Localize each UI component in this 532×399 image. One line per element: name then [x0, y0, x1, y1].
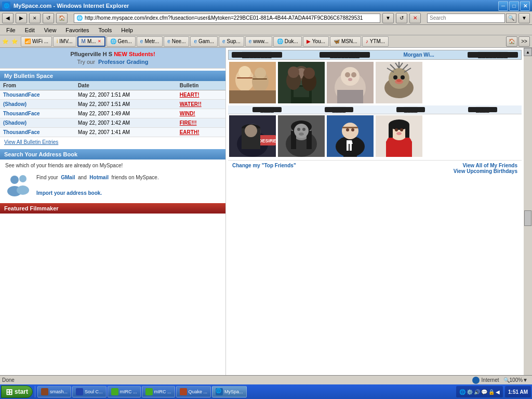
friends-row2-labels: ████ ████ ████ ████: [228, 105, 522, 114]
home-button[interactable]: 🏠: [56, 13, 68, 23]
bookmark-sup[interactable]: e Sup...: [219, 36, 244, 47]
taskbar-btn-mirc1[interactable]: mIRC ...: [108, 386, 141, 397]
import-link[interactable]: Import your address book.: [36, 190, 102, 196]
bulletin-link-3[interactable]: WIND!: [180, 111, 195, 116]
taskbar-btn-mirc2[interactable]: mIRC ...: [142, 386, 175, 397]
bookmark-you[interactable]: ▶ You...: [303, 36, 329, 47]
menu-favorites[interactable]: Favorites: [61, 25, 93, 35]
school-name: Pflugerville H S: [70, 51, 112, 57]
new-students-badge: NEW Students!: [114, 51, 155, 57]
from-link-3[interactable]: ThousandFace: [3, 111, 40, 116]
bookmark-metr[interactable]: e Metr...: [137, 36, 163, 47]
tray-more[interactable]: ◀: [496, 389, 500, 395]
bulletin-link-5[interactable]: EARTH!: [180, 129, 200, 135]
friend-photo-3[interactable]: [327, 62, 374, 103]
table-row: ThousandFace May 22, 2007 1:41 AM EARTH!: [0, 128, 225, 137]
taskbar: ⊞ start smash... Soul C... mIRC ... mIRC…: [0, 384, 532, 399]
hotmail-link[interactable]: Hotmail: [89, 175, 109, 180]
from-link-1[interactable]: ThousandFace: [3, 92, 40, 98]
menu-view[interactable]: View: [40, 25, 61, 35]
from-link-2[interactable]: (Shadow): [3, 101, 26, 107]
bookmark-www[interactable]: e www...: [245, 36, 272, 47]
bookmark-gen[interactable]: 🌐 Gen...: [107, 36, 136, 47]
friend-photo-8[interactable]: [376, 115, 422, 157]
bookmark-nee[interactable]: e Nee...: [164, 36, 189, 47]
svg-rect-11: [252, 78, 267, 79]
maximize-button[interactable]: □: [509, 1, 519, 11]
address-book-header: Search Your Address Book: [0, 149, 225, 159]
bookmark-ytm[interactable]: ♪ YTM...: [362, 36, 389, 47]
tray-icon-4: 💬: [481, 389, 487, 395]
date-1: May 22, 2007 1:51 AM: [75, 90, 177, 100]
from-link-4[interactable]: (Shadow): [3, 120, 26, 126]
table-row: ThousandFace May 22, 2007 1:49 AM WIND!: [0, 109, 225, 118]
bookmark-msn[interactable]: 🦋 MSN...: [330, 36, 361, 47]
start-button[interactable]: ⊞ start: [1, 385, 33, 398]
view-all-link[interactable]: View All Bulletin Entries: [0, 137, 225, 147]
menu-help[interactable]: Help: [117, 25, 137, 35]
bulletin-link-1[interactable]: HEART!: [180, 92, 200, 98]
menu-edit[interactable]: Edit: [21, 25, 39, 35]
window-controls[interactable]: ─ □ ✕: [498, 1, 530, 11]
address-book-description: See which of your friends are already on…: [0, 159, 225, 171]
scroll-up[interactable]: ▲: [524, 48, 532, 56]
dropdown-button[interactable]: ▼: [382, 13, 394, 23]
minimize-button[interactable]: ─: [498, 1, 508, 11]
view-all-friends-link[interactable]: View All of My Friends: [454, 163, 517, 168]
browser-scrollbar[interactable]: ▲ ▼: [524, 48, 532, 388]
redacted-r2-1: ████: [252, 107, 282, 112]
stop-button[interactable]: ✕: [29, 13, 41, 23]
bookmark-gam[interactable]: e Gam...: [190, 36, 218, 47]
refresh-button[interactable]: ↺: [43, 13, 54, 23]
search-button[interactable]: 🔍: [506, 14, 516, 23]
ie-icon: 🌐: [2, 2, 10, 10]
friend-photo-4-hedgehog[interactable]: [376, 62, 422, 103]
taskbar-btn-myspace[interactable]: 🌐 MySpa...: [212, 386, 247, 397]
bulletin-link-4[interactable]: FIRE!!!: [180, 120, 197, 126]
redacted-r2-2: ████: [325, 107, 354, 112]
friend-photo-7[interactable]: [327, 115, 374, 157]
menu-file[interactable]: File: [2, 25, 20, 35]
bookmark-m[interactable]: M M... ✕: [77, 36, 105, 47]
search-dropdown[interactable]: ▼: [518, 13, 530, 23]
redacted-r2-4: ████: [468, 107, 497, 112]
taskbar-icon-myspace: 🌐: [216, 388, 223, 395]
home-nav-btn[interactable]: 🏠: [506, 36, 517, 47]
friend-photo-1[interactable]: [229, 62, 276, 103]
svg-rect-77: [405, 125, 409, 138]
taskbar-btn-smash[interactable]: smash...: [37, 386, 71, 397]
menu-tools[interactable]: Tools: [95, 25, 116, 35]
close-button[interactable]: ✕: [520, 1, 530, 11]
taskbar-btn-quake[interactable]: Quake ...: [176, 386, 211, 397]
from-link-5[interactable]: ThousandFace: [3, 129, 40, 135]
friend-photo-6[interactable]: [278, 115, 325, 157]
professor-grading-link[interactable]: Professor Grading: [98, 59, 149, 65]
friend-photo-2[interactable]: [278, 62, 325, 103]
gmail-link[interactable]: GMail: [61, 175, 75, 180]
friend-name-3[interactable]: Morgan Wi...: [403, 52, 434, 58]
search-area: 🔍: [427, 14, 516, 23]
change-top-friends-link[interactable]: Change my "Top Friends": [232, 163, 296, 174]
bulletin-link-2[interactable]: WATER!!: [180, 101, 202, 107]
date-2: May 22, 2007 1:51 AM: [75, 100, 177, 109]
scroll-thumb[interactable]: [524, 210, 531, 226]
forward-button[interactable]: ▶: [16, 13, 27, 23]
back-button[interactable]: ◀: [2, 13, 14, 23]
search-input[interactable]: [427, 14, 505, 23]
taskbar-btn-soulc[interactable]: Soul C...: [72, 386, 107, 397]
svg-point-25: [345, 72, 350, 77]
svg-point-60: [299, 132, 304, 136]
bookmark-wifi[interactable]: 📶 WiFi ...: [21, 36, 52, 47]
redacted-r2-3: ████: [396, 107, 425, 112]
stop2-button[interactable]: ✕: [409, 13, 421, 23]
svg-point-80: [396, 132, 402, 135]
bookmarks-label2: ⭐: [11, 38, 18, 44]
expand-bookmarks[interactable]: >>: [518, 36, 530, 47]
view-birthdays-link[interactable]: View Upcoming Birthdays: [454, 168, 517, 174]
svg-point-27: [348, 78, 352, 81]
friend-photo-5[interactable]: DESIRE: [229, 115, 276, 157]
bookmark-duk[interactable]: 🌐 Duk...: [273, 36, 302, 47]
bookmark-imv[interactable]: i IMV...: [53, 36, 76, 47]
address-field[interactable]: 🌐 http://home.myspace.com/index.cfm?fuse…: [74, 14, 380, 23]
refresh2-button[interactable]: ↺: [396, 13, 407, 23]
